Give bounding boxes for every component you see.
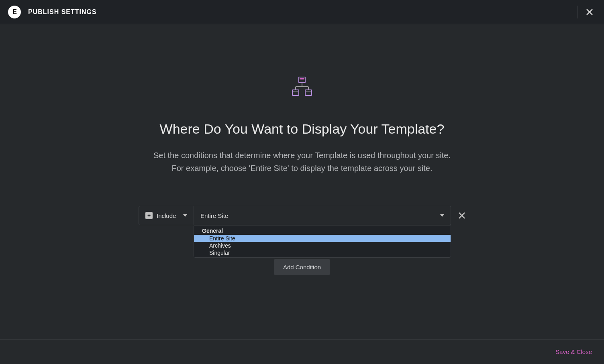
main-description: Set the conditions that determine where … [153, 149, 451, 175]
include-label: Include [157, 212, 176, 219]
scope-dropdown: General Entire Site Archives Singular [194, 226, 451, 258]
main-heading: Where Do You Want to Display Your Templa… [160, 121, 445, 137]
include-select[interactable]: + Include [139, 206, 194, 225]
remove-condition-button[interactable] [458, 212, 465, 219]
desc-line-2: For example, choose 'Entire Site' to dis… [171, 164, 432, 173]
header-left: E PUBLISH SETTINGS [8, 6, 97, 18]
dropdown-item-entire-site[interactable]: Entire Site [194, 235, 451, 242]
elementor-logo: E [8, 6, 21, 18]
save-close-button[interactable]: Save & Close [555, 348, 592, 355]
scope-selected-label: Entire Site [200, 212, 228, 219]
sitemap-icon [291, 76, 313, 97]
modal-footer: Save & Close [0, 339, 604, 364]
dropdown-item-singular[interactable]: Singular [194, 249, 451, 256]
dropdown-group-label: General [194, 227, 451, 235]
add-condition-button[interactable]: Add Condition [274, 259, 330, 275]
dropdown-item-archives[interactable]: Archives [194, 242, 451, 249]
plus-icon: + [145, 212, 153, 219]
desc-line-1: Set the conditions that determine where … [153, 151, 451, 160]
modal-header: E PUBLISH SETTINGS [0, 0, 604, 24]
svg-rect-9 [293, 91, 298, 92]
svg-rect-11 [306, 91, 311, 92]
include-left: + Include [145, 212, 176, 219]
svg-rect-3 [300, 78, 304, 79]
chevron-down-icon [440, 214, 444, 217]
scope-select[interactable]: Entire Site General Entire Site Archives… [194, 206, 451, 225]
chevron-down-icon [183, 214, 187, 217]
header-title: PUBLISH SETTINGS [28, 8, 97, 16]
close-button[interactable] [577, 6, 596, 18]
close-icon [458, 212, 465, 219]
condition-row: + Include Entire Site General Entire Sit… [139, 206, 465, 225]
close-icon [586, 8, 594, 16]
modal-body: Where Do You Want to Display Your Templa… [0, 24, 604, 275]
